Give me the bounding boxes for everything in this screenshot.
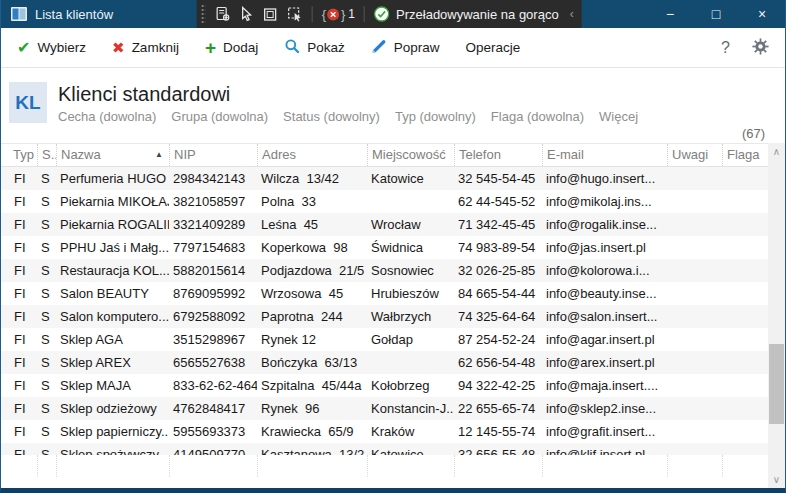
- cell-email: info@mikolaj.ins...: [542, 190, 667, 213]
- inspect-frame-icon[interactable]: [263, 7, 278, 22]
- cell-telefon: 87 254-52-24: [454, 328, 542, 351]
- cell-adres: Wilcza 13/42: [257, 167, 367, 190]
- close-x-icon: ✖: [112, 39, 125, 57]
- cell-adres: Szpitalna 45/44a: [257, 374, 367, 397]
- cell-telefon: 32 656-55-48: [454, 443, 542, 455]
- table-row[interactable]: FI S Piekarnia ROGALIK 3321409289 Leśna …: [1, 213, 768, 236]
- cell-uwagi: [667, 259, 722, 282]
- cell-email: info@sklep2.inse...: [542, 397, 667, 420]
- cell-email: info@jas.insert.pl: [542, 236, 667, 259]
- help-button[interactable]: ?: [721, 39, 730, 57]
- cell-email: info@kolorowa.i...: [542, 259, 667, 282]
- script-runner-icon[interactable]: [215, 6, 231, 22]
- filter-dropdown[interactable]: Cecha (dowolna): [58, 109, 156, 124]
- table-row[interactable]: FI S Sklep spożywczy... 4149509770 Kaszt…: [1, 443, 768, 455]
- cell-adres: Paprotna 244: [257, 305, 367, 328]
- table-row[interactable]: FI S Perfumeria HUGO 2984342143 Wilcza 1…: [1, 167, 768, 190]
- cell-nip: 4762848417: [169, 397, 257, 420]
- cell-adres: Rynek 96: [257, 397, 367, 420]
- cell-telefon: 71 342-45-45: [454, 213, 542, 236]
- pencil-icon: [371, 38, 387, 57]
- scrollbar-thumb[interactable]: [769, 344, 784, 424]
- column-header-adres[interactable]: Adres: [257, 144, 367, 166]
- cell-skrot: S: [37, 305, 56, 328]
- gear-icon[interactable]: [752, 38, 769, 58]
- select-region-icon[interactable]: [287, 6, 303, 22]
- cell-telefon: 22 655-65-74: [454, 397, 542, 420]
- maximize-button[interactable]: □: [693, 0, 739, 28]
- cell-adres: Koperkowa 98: [257, 236, 367, 259]
- cell-skrot: S: [37, 351, 56, 374]
- popraw-button[interactable]: Popraw: [371, 38, 440, 57]
- dodaj-button[interactable]: + Dodaj: [205, 38, 258, 57]
- cell-email: info@agar.insert.pl: [542, 328, 667, 351]
- filter-dropdown[interactable]: Flaga (dowolna): [491, 109, 584, 124]
- cell-flaga: [722, 167, 768, 190]
- table-row[interactable]: FI S Sklep MAJA 833-62-62-464 Szpitalna …: [1, 374, 768, 397]
- hot-reload-status[interactable]: Przeładowywanie na gorąco: [374, 6, 559, 22]
- column-header-skrot[interactable]: S..: [37, 144, 56, 166]
- table-row[interactable]: FI S Restauracja KOL... 5882015614 Podja…: [1, 259, 768, 282]
- cell-telefon: 74 325-64-64: [454, 305, 542, 328]
- cell-nip: 8769095992: [169, 282, 257, 305]
- column-header-telefon[interactable]: Telefon: [454, 144, 542, 166]
- column-header-typ[interactable]: Typ: [1, 144, 37, 166]
- filter-dropdown[interactable]: Grupa (dowolna): [171, 109, 268, 124]
- cell-skrot: S: [37, 420, 56, 443]
- cell-adres: Polna 33: [257, 190, 367, 213]
- minimize-button[interactable]: −: [647, 0, 693, 28]
- error-counter[interactable]: { } 1: [322, 7, 355, 22]
- dock-collapse-chevron-icon[interactable]: ‹: [570, 7, 574, 21]
- cell-nip: 3321409289: [169, 213, 257, 236]
- column-header-nip[interactable]: NIP: [169, 144, 257, 166]
- cell-telefon: 84 665-54-44: [454, 282, 542, 305]
- close-button[interactable]: ×: [739, 0, 785, 28]
- cell-flaga: [722, 351, 768, 374]
- scroll-up-icon[interactable]: ∧: [768, 143, 785, 160]
- table-row[interactable]: FI S Sklep papierniczy... 5955693373 Kra…: [1, 420, 768, 443]
- filter-dropdown[interactable]: Więcej: [599, 109, 638, 124]
- filter-dropdown[interactable]: Typ (dowolny): [395, 109, 476, 124]
- select-cursor-icon[interactable]: [240, 6, 254, 22]
- column-header-nazwa[interactable]: Nazwa▲: [56, 144, 169, 166]
- cell-miejscowosc: Katowice: [367, 443, 454, 455]
- table-row[interactable]: FI S Sklep AREX 6565527638 Bończyka 63/1…: [1, 351, 768, 374]
- grid-footer-strip: [1, 455, 768, 477]
- table-row[interactable]: FI S Salon komputero... 6792588092 Papro…: [1, 305, 768, 328]
- cell-telefon: 12 145-55-74: [454, 420, 542, 443]
- cell-uwagi: [667, 236, 722, 259]
- table-row[interactable]: FI S Sklep AGA 3515298967 Rynek 12 Gołda…: [1, 328, 768, 351]
- cell-miejscowosc: [367, 190, 454, 213]
- vertical-scrollbar[interactable]: ∧ ∨: [768, 143, 785, 488]
- cell-telefon: 74 983-89-54: [454, 236, 542, 259]
- pokaz-button[interactable]: Pokaż: [284, 38, 345, 57]
- wybierz-button[interactable]: ✔ Wybierz: [17, 38, 86, 57]
- cell-nazwa: Piekarnia ROGALIK: [56, 213, 169, 236]
- filter-dropdown[interactable]: Status (dowolny): [283, 109, 380, 124]
- table-row[interactable]: FI S Piekarnia MIKOŁAJ 3821058597 Polna …: [1, 190, 768, 213]
- table-row[interactable]: FI S Sklep odzieżowy 4762848417 Rynek 96…: [1, 397, 768, 420]
- cell-skrot: S: [37, 190, 56, 213]
- cell-nazwa: Sklep spożywczy...: [56, 443, 169, 455]
- table-row[interactable]: FI S PPHU Jaś i Małg... 7797154683 Koper…: [1, 236, 768, 259]
- scroll-down-icon[interactable]: ∨: [768, 471, 785, 488]
- cell-flaga: [722, 374, 768, 397]
- cell-adres: Kasztanowa 13/2: [257, 443, 367, 455]
- record-count: (67): [742, 126, 765, 141]
- column-header-uwagi[interactable]: Uwagi: [667, 144, 722, 166]
- cell-email: info@grafit.insert...: [542, 420, 667, 443]
- brace-left: {: [322, 7, 326, 22]
- cell-nazwa: Sklep papierniczy...: [56, 420, 169, 443]
- dock-divider: [312, 6, 313, 22]
- column-header-miejscowosc[interactable]: Miejscowość: [367, 144, 454, 166]
- operacje-button[interactable]: Operacje: [466, 40, 521, 55]
- dock-drag-handle[interactable]: [201, 4, 206, 24]
- table-row[interactable]: FI S Salon BEAUTY 8769095992 Wrzosowa 45…: [1, 282, 768, 305]
- dock-divider: [364, 6, 365, 22]
- cell-email: info@rogalik.inse...: [542, 213, 667, 236]
- column-header-flaga[interactable]: Flaga: [722, 144, 768, 166]
- grid-area: Typ S.. Nazwa▲ NIP Adres Miejscowość Tel…: [1, 143, 785, 488]
- column-header-email[interactable]: E-mail: [542, 144, 667, 166]
- zamknij-button[interactable]: ✖ Zamknij: [112, 39, 179, 57]
- cell-miejscowosc: Wałbrzych: [367, 305, 454, 328]
